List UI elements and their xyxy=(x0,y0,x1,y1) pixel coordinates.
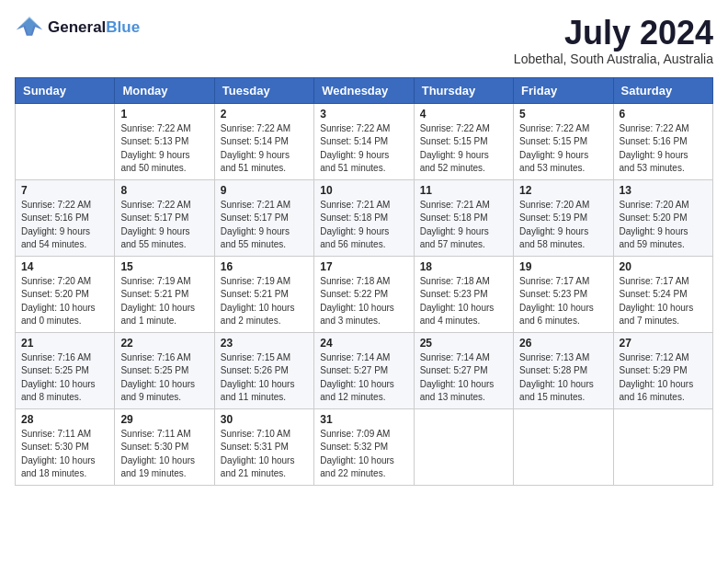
calendar-cell xyxy=(414,408,513,485)
calendar-cell: 8Sunrise: 7:22 AM Sunset: 5:17 PM Daylig… xyxy=(115,179,214,256)
calendar-cell: 30Sunrise: 7:10 AM Sunset: 5:31 PM Dayli… xyxy=(214,408,313,485)
cell-date-number: 4 xyxy=(420,108,507,121)
cell-date-number: 17 xyxy=(320,260,407,273)
header-day-tuesday: Tuesday xyxy=(214,77,313,103)
calendar-cell: 26Sunrise: 7:13 AM Sunset: 5:28 PM Dayli… xyxy=(514,332,613,408)
cell-info-text: Sunrise: 7:22 AM Sunset: 5:16 PM Dayligh… xyxy=(620,122,707,176)
calendar-cell: 1Sunrise: 7:22 AM Sunset: 5:13 PM Daylig… xyxy=(115,103,214,179)
calendar-cell: 11Sunrise: 7:21 AM Sunset: 5:18 PM Dayli… xyxy=(414,179,513,256)
calendar-cell: 3Sunrise: 7:22 AM Sunset: 5:14 PM Daylig… xyxy=(314,103,414,179)
calendar-cell: 7Sunrise: 7:22 AM Sunset: 5:16 PM Daylig… xyxy=(16,179,115,256)
calendar-cell: 21Sunrise: 7:16 AM Sunset: 5:25 PM Dayli… xyxy=(16,332,115,408)
calendar-cell: 20Sunrise: 7:17 AM Sunset: 5:24 PM Dayli… xyxy=(613,256,712,332)
cell-date-number: 8 xyxy=(120,184,208,197)
cell-info-text: Sunrise: 7:22 AM Sunset: 5:15 PM Dayligh… xyxy=(519,122,607,176)
cell-info-text: Sunrise: 7:11 AM Sunset: 5:30 PM Dayligh… xyxy=(120,428,208,481)
cell-date-number: 28 xyxy=(21,413,108,426)
calendar-cell: 9Sunrise: 7:21 AM Sunset: 5:17 PM Daylig… xyxy=(214,179,313,256)
cell-info-text: Sunrise: 7:14 AM Sunset: 5:27 PM Dayligh… xyxy=(420,351,507,405)
cell-date-number: 5 xyxy=(519,108,607,121)
svg-marker-1 xyxy=(17,17,41,34)
cell-info-text: Sunrise: 7:22 AM Sunset: 5:15 PM Dayligh… xyxy=(420,122,507,176)
calendar-week-row: 28Sunrise: 7:11 AM Sunset: 5:30 PM Dayli… xyxy=(16,408,713,485)
cell-info-text: Sunrise: 7:17 AM Sunset: 5:23 PM Dayligh… xyxy=(519,275,607,328)
logo-icon xyxy=(15,15,44,40)
cell-info-text: Sunrise: 7:18 AM Sunset: 5:23 PM Dayligh… xyxy=(420,275,507,328)
calendar-cell: 15Sunrise: 7:19 AM Sunset: 5:21 PM Dayli… xyxy=(115,256,214,332)
cell-date-number: 1 xyxy=(120,108,208,121)
cell-info-text: Sunrise: 7:22 AM Sunset: 5:13 PM Dayligh… xyxy=(120,122,208,176)
cell-info-text: Sunrise: 7:22 AM Sunset: 5:17 PM Dayligh… xyxy=(120,199,208,252)
calendar-cell: 17Sunrise: 7:18 AM Sunset: 5:22 PM Dayli… xyxy=(314,256,414,332)
calendar-cell: 10Sunrise: 7:21 AM Sunset: 5:18 PM Dayli… xyxy=(314,179,414,256)
cell-info-text: Sunrise: 7:21 AM Sunset: 5:18 PM Dayligh… xyxy=(320,199,407,252)
cell-date-number: 13 xyxy=(620,184,707,197)
cell-date-number: 31 xyxy=(320,413,407,426)
calendar-cell: 16Sunrise: 7:19 AM Sunset: 5:21 PM Dayli… xyxy=(214,256,313,332)
cell-date-number: 15 xyxy=(120,260,208,273)
calendar-cell: 24Sunrise: 7:14 AM Sunset: 5:27 PM Dayli… xyxy=(314,332,414,408)
cell-date-number: 16 xyxy=(221,260,308,273)
cell-info-text: Sunrise: 7:11 AM Sunset: 5:30 PM Dayligh… xyxy=(21,428,108,481)
header-day-friday: Friday xyxy=(514,77,613,103)
cell-date-number: 24 xyxy=(320,337,407,350)
cell-date-number: 26 xyxy=(519,337,607,350)
calendar-cell: 14Sunrise: 7:20 AM Sunset: 5:20 PM Dayli… xyxy=(16,256,115,332)
page-header: GeneralBlue July 2024 Lobethal, South Au… xyxy=(15,15,713,66)
calendar-cell xyxy=(514,408,613,485)
calendar-table: SundayMondayTuesdayWednesdayThursdayFrid… xyxy=(15,77,713,486)
cell-info-text: Sunrise: 7:20 AM Sunset: 5:20 PM Dayligh… xyxy=(21,275,108,328)
cell-date-number: 3 xyxy=(320,108,407,121)
cell-date-number: 2 xyxy=(221,108,308,121)
cell-info-text: Sunrise: 7:20 AM Sunset: 5:20 PM Dayligh… xyxy=(620,199,707,252)
calendar-week-row: 21Sunrise: 7:16 AM Sunset: 5:25 PM Dayli… xyxy=(16,332,713,408)
header-day-wednesday: Wednesday xyxy=(314,77,414,103)
logo: GeneralBlue xyxy=(15,15,140,40)
cell-date-number: 20 xyxy=(620,260,707,273)
calendar-cell: 18Sunrise: 7:18 AM Sunset: 5:23 PM Dayli… xyxy=(414,256,513,332)
calendar-cell: 4Sunrise: 7:22 AM Sunset: 5:15 PM Daylig… xyxy=(414,103,513,179)
cell-info-text: Sunrise: 7:17 AM Sunset: 5:24 PM Dayligh… xyxy=(620,275,707,328)
calendar-cell: 27Sunrise: 7:12 AM Sunset: 5:29 PM Dayli… xyxy=(613,332,712,408)
cell-info-text: Sunrise: 7:16 AM Sunset: 5:25 PM Dayligh… xyxy=(21,351,108,405)
cell-info-text: Sunrise: 7:09 AM Sunset: 5:32 PM Dayligh… xyxy=(320,428,407,481)
cell-info-text: Sunrise: 7:14 AM Sunset: 5:27 PM Dayligh… xyxy=(320,351,407,405)
cell-date-number: 19 xyxy=(519,260,607,273)
cell-date-number: 14 xyxy=(21,260,108,273)
month-year-title: July 2024 xyxy=(514,15,713,52)
cell-info-text: Sunrise: 7:22 AM Sunset: 5:14 PM Dayligh… xyxy=(221,122,308,176)
cell-date-number: 27 xyxy=(620,337,707,350)
header-day-thursday: Thursday xyxy=(414,77,513,103)
cell-date-number: 10 xyxy=(320,184,407,197)
calendar-cell xyxy=(16,103,115,179)
cell-info-text: Sunrise: 7:19 AM Sunset: 5:21 PM Dayligh… xyxy=(120,275,208,328)
cell-date-number: 29 xyxy=(120,413,208,426)
logo-text: GeneralBlue xyxy=(48,18,140,37)
calendar-cell: 29Sunrise: 7:11 AM Sunset: 5:30 PM Dayli… xyxy=(115,408,214,485)
calendar-cell: 13Sunrise: 7:20 AM Sunset: 5:20 PM Dayli… xyxy=(613,179,712,256)
header-day-sunday: Sunday xyxy=(16,77,115,103)
cell-info-text: Sunrise: 7:20 AM Sunset: 5:19 PM Dayligh… xyxy=(519,199,607,252)
cell-date-number: 18 xyxy=(420,260,507,273)
cell-info-text: Sunrise: 7:13 AM Sunset: 5:28 PM Dayligh… xyxy=(519,351,607,405)
cell-date-number: 9 xyxy=(221,184,308,197)
cell-info-text: Sunrise: 7:22 AM Sunset: 5:16 PM Dayligh… xyxy=(21,199,108,252)
cell-info-text: Sunrise: 7:12 AM Sunset: 5:29 PM Dayligh… xyxy=(620,351,707,405)
cell-date-number: 12 xyxy=(519,184,607,197)
calendar-cell: 5Sunrise: 7:22 AM Sunset: 5:15 PM Daylig… xyxy=(514,103,613,179)
header-day-monday: Monday xyxy=(115,77,214,103)
cell-date-number: 7 xyxy=(21,184,108,197)
calendar-week-row: 14Sunrise: 7:20 AM Sunset: 5:20 PM Dayli… xyxy=(16,256,713,332)
calendar-week-row: 7Sunrise: 7:22 AM Sunset: 5:16 PM Daylig… xyxy=(16,179,713,256)
calendar-cell xyxy=(613,408,712,485)
location-subtitle: Lobethal, South Australia, Australia xyxy=(514,52,713,66)
cell-info-text: Sunrise: 7:16 AM Sunset: 5:25 PM Dayligh… xyxy=(120,351,208,405)
calendar-cell: 6Sunrise: 7:22 AM Sunset: 5:16 PM Daylig… xyxy=(613,103,712,179)
cell-date-number: 22 xyxy=(120,337,208,350)
cell-info-text: Sunrise: 7:21 AM Sunset: 5:17 PM Dayligh… xyxy=(221,199,308,252)
calendar-header-row: SundayMondayTuesdayWednesdayThursdayFrid… xyxy=(16,77,713,103)
calendar-cell: 22Sunrise: 7:16 AM Sunset: 5:25 PM Dayli… xyxy=(115,332,214,408)
cell-info-text: Sunrise: 7:18 AM Sunset: 5:22 PM Dayligh… xyxy=(320,275,407,328)
calendar-cell: 2Sunrise: 7:22 AM Sunset: 5:14 PM Daylig… xyxy=(214,103,313,179)
cell-info-text: Sunrise: 7:15 AM Sunset: 5:26 PM Dayligh… xyxy=(221,351,308,405)
